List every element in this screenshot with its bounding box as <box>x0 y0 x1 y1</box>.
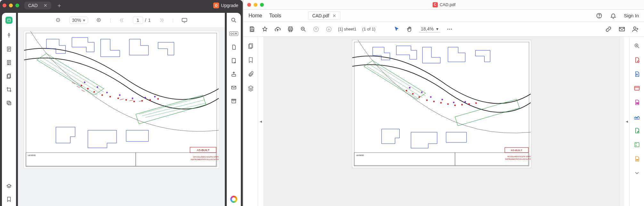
close-tab-icon[interactable]: ✕ <box>332 13 336 18</box>
pen-icon[interactable] <box>5 32 12 39</box>
select-tool-icon[interactable] <box>393 26 400 33</box>
svg-rect-5 <box>8 102 11 105</box>
help-icon[interactable] <box>596 12 603 19</box>
home-icon[interactable] <box>5 17 12 24</box>
tab-cad[interactable]: CAD ✕ <box>24 2 51 9</box>
bell-icon[interactable] <box>610 12 617 19</box>
sheet-label: [1] sheet1 <box>338 27 356 31</box>
window-title: C CAD.pdf <box>270 2 618 7</box>
mail-icon[interactable] <box>618 26 625 33</box>
upgrade-button[interactable]: D Upgrade <box>213 3 240 8</box>
svg-rect-40 <box>251 27 253 28</box>
bookmark-icon[interactable] <box>5 196 12 203</box>
zoom-in-button[interactable] <box>95 16 103 24</box>
redact-icon[interactable] <box>633 155 640 162</box>
export-pdf-icon[interactable] <box>633 71 640 78</box>
drawing-title-1: WOODLANDS SOUTH STATION <box>193 156 219 158</box>
svg-rect-55 <box>354 42 529 166</box>
svg-point-50 <box>451 29 452 30</box>
hand-tool-icon[interactable] <box>406 26 413 33</box>
nav-home[interactable]: Home <box>249 13 262 19</box>
legend-heading: LEGEND <box>28 154 36 156</box>
left-content: 30% ▾ | / 1 | <box>0 11 243 206</box>
page-up-icon[interactable] <box>313 26 320 33</box>
zoom-out-button[interactable] <box>54 16 62 24</box>
svg-point-57 <box>412 93 413 94</box>
svg-point-67 <box>409 87 410 88</box>
organize-icon[interactable] <box>633 127 640 134</box>
comment-pdf-icon[interactable] <box>633 99 640 106</box>
more-icon[interactable] <box>446 26 453 33</box>
minimize-window[interactable] <box>9 4 13 7</box>
add-person-icon[interactable] <box>632 26 639 33</box>
svg-text:INSTRUMENTATION LAYOUT PLAN: INSTRUMENTATION LAYOUT PLAN <box>505 158 531 160</box>
link-icon[interactable] <box>605 26 612 33</box>
svg-point-23 <box>97 86 98 88</box>
left-sidebar <box>2 13 16 206</box>
left-titlebar: CAD ✕ ＋ D Upgrade <box>0 0 243 11</box>
bookmark-icon[interactable] <box>247 56 254 64</box>
close-window[interactable] <box>3 4 6 7</box>
right-viewer[interactable]: AS-BUILT WOODLANDS SOUTH STATION INSTRUM… <box>263 37 624 206</box>
copy-icon[interactable] <box>5 99 12 107</box>
expand-left-panel[interactable]: ◂ <box>258 119 263 124</box>
page-input[interactable] <box>133 17 143 24</box>
cloud-icon[interactable] <box>274 26 281 33</box>
sign-icon[interactable] <box>633 113 640 120</box>
ocr-icon[interactable]: OCR <box>230 30 237 37</box>
close-tab-icon[interactable]: ✕ <box>44 3 47 8</box>
svg-rect-33 <box>232 58 236 63</box>
right-navbar: Home Tools CAD.pdf ✕ Sign In <box>243 10 644 22</box>
svg-rect-30 <box>26 153 136 166</box>
signin-button[interactable]: Sign In <box>624 13 639 18</box>
right-content: ◂ <box>243 37 644 206</box>
page-down-icon[interactable] <box>325 26 332 33</box>
svg-point-70 <box>441 99 443 100</box>
close-window[interactable] <box>247 3 251 7</box>
first-page-button[interactable] <box>118 16 126 24</box>
expand-right-panel[interactable]: ◂ <box>624 119 629 124</box>
layers-icon[interactable] <box>247 85 254 92</box>
add-tab-button[interactable]: ＋ <box>56 2 62 9</box>
svg-point-32 <box>232 18 235 21</box>
more-tools-icon[interactable] <box>633 169 640 176</box>
compress-icon[interactable] <box>633 141 640 148</box>
maximize-window[interactable] <box>260 3 264 7</box>
print-icon[interactable] <box>287 26 294 33</box>
scrollbar[interactable] <box>620 37 624 206</box>
attachment-icon[interactable] <box>247 71 254 78</box>
save-icon[interactable] <box>249 26 256 33</box>
search-icon[interactable] <box>230 17 237 24</box>
maximize-window[interactable] <box>15 4 19 7</box>
tab-title: CAD <box>28 3 38 8</box>
page-paragraph-icon[interactable] <box>5 59 12 66</box>
minimize-window[interactable] <box>254 3 257 7</box>
share-icon[interactable] <box>230 71 237 78</box>
zoom-out-icon[interactable] <box>300 26 307 33</box>
rainbow-icon[interactable] <box>230 196 237 203</box>
star-icon[interactable] <box>261 26 268 33</box>
layers-icon[interactable] <box>5 183 12 190</box>
archive-icon[interactable] <box>230 98 237 105</box>
page-text-icon[interactable] <box>5 46 12 53</box>
page-icon[interactable] <box>230 44 237 51</box>
mail-icon[interactable] <box>230 84 237 91</box>
search-icon[interactable] <box>633 42 640 49</box>
svg-point-65 <box>468 103 469 105</box>
zoom-select[interactable]: 30% ▾ <box>69 17 88 24</box>
left-viewer[interactable]: AS-BUILT WOODLANDS SOUTH STATION INSTRUM… <box>18 28 225 206</box>
pages-icon[interactable] <box>5 73 12 80</box>
presentation-button[interactable] <box>181 16 188 24</box>
doc-tab[interactable]: CAD.pdf ✕ <box>308 12 340 20</box>
thumbnails-icon[interactable] <box>247 42 254 49</box>
zoom-select[interactable]: 18,4% ▾ <box>419 26 440 32</box>
stamp-text: AS-BUILT <box>197 149 209 152</box>
nav-tools[interactable]: Tools <box>269 13 281 19</box>
edit-pdf-icon[interactable] <box>633 85 640 92</box>
doc-tab-title: CAD.pdf <box>312 13 329 18</box>
crop-icon[interactable] <box>5 86 12 93</box>
page-add-icon[interactable] <box>230 57 237 64</box>
left-document-panel: 30% ▾ | / 1 | <box>18 13 225 206</box>
last-page-button[interactable] <box>158 16 165 24</box>
create-pdf-icon[interactable] <box>633 56 640 64</box>
